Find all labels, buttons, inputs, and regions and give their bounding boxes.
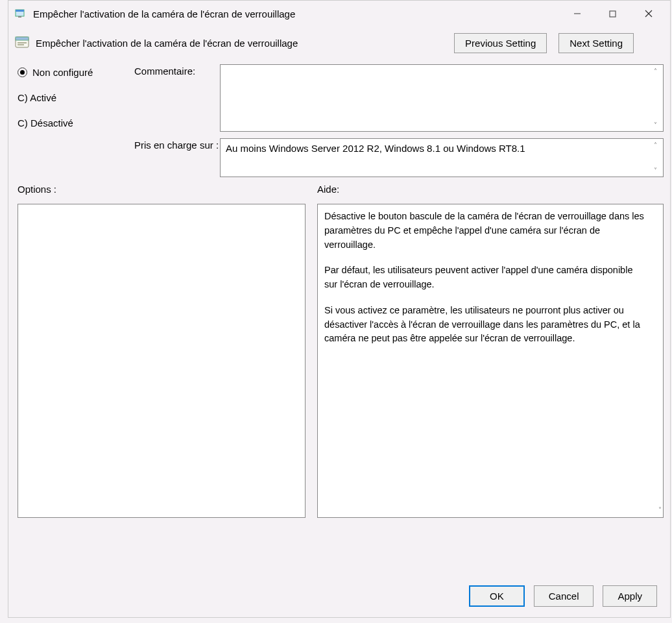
help-label: Aide: <box>317 184 664 195</box>
radio-disabled[interactable]: C) Désactivé <box>18 117 134 128</box>
cancel-button[interactable]: Cancel <box>534 585 594 607</box>
close-button[interactable] <box>630 2 666 25</box>
radio-icon <box>18 67 27 77</box>
previous-setting-button[interactable]: Previous Setting <box>454 33 547 53</box>
fields-column: Commentaire: ˄ ˅ Pris en charge sur : Au… <box>134 64 664 177</box>
comment-label: Commentaire: <box>134 64 220 132</box>
lower-area: Options : Aide: Désactive le bouton basc… <box>8 184 670 518</box>
radio-label: C) Activé <box>18 92 56 103</box>
app-icon <box>15 8 27 19</box>
maximize-button[interactable] <box>595 2 630 25</box>
chevron-down-icon[interactable]: ˅ <box>658 505 662 515</box>
dialog-footer: OK Cancel Apply <box>469 585 657 607</box>
chevron-up-icon: ˄ <box>654 141 657 149</box>
supported-value: Au moins Windows Server 2012 R2, Windows… <box>226 143 525 154</box>
titlebar: Empêcher l'activation de la caméra de l'… <box>8 1 670 27</box>
window-title: Empêcher l'activation de la caméra de l'… <box>33 8 559 19</box>
help-paragraph: Désactive le bouton bascule de la caméra… <box>324 210 647 252</box>
radio-enabled[interactable]: C) Activé <box>18 92 134 103</box>
subheader: Empêcher l'activation de la caméra de l'… <box>8 27 670 62</box>
next-setting-button[interactable]: Next Setting <box>558 33 634 53</box>
svg-rect-2 <box>18 16 21 18</box>
options-panel: Options : <box>18 184 306 518</box>
chevron-up-icon: ˄ <box>654 67 657 75</box>
dialog-window: Empêcher l'activation de la caméra de l'… <box>8 0 671 618</box>
policy-title: Empêcher l'activation de la caméra de l'… <box>36 38 298 49</box>
supported-on-box: Au moins Windows Server 2012 R2, Windows… <box>220 138 664 177</box>
chevron-down-icon: ˅ <box>654 121 657 128</box>
svg-rect-8 <box>16 37 29 40</box>
help-paragraph: Si vous activez ce paramètre, les utilis… <box>324 304 647 346</box>
radio-label: Non configuré <box>32 67 93 78</box>
radio-not-configured[interactable]: Non configuré <box>18 67 134 78</box>
settings-area: Non configuré C) Activé C) Désactivé Com… <box>8 62 670 184</box>
comment-scroll[interactable]: ˄ ˅ <box>649 65 662 131</box>
supported-scroll[interactable]: ˄ ˅ <box>649 139 662 177</box>
comment-input[interactable]: ˄ ˅ <box>220 64 664 132</box>
window-controls <box>559 2 666 25</box>
chevron-down-icon: ˅ <box>654 167 657 174</box>
minimize-button[interactable] <box>559 2 595 25</box>
supported-label: Pris en charge sur : <box>134 138 220 177</box>
state-column: Non configuré C) Activé C) Désactivé <box>18 64 134 177</box>
radio-label: C) Désactivé <box>18 117 73 128</box>
options-box <box>18 204 306 518</box>
svg-rect-4 <box>610 11 616 17</box>
svg-rect-10 <box>18 44 24 45</box>
svg-rect-9 <box>18 42 27 43</box>
help-box: Désactive le bouton bascule de la caméra… <box>317 204 664 518</box>
help-panel: Aide: Désactive le bouton bascule de la … <box>317 184 664 518</box>
apply-button[interactable]: Apply <box>603 585 657 607</box>
help-paragraph: Par défaut, les utilisateurs peuvent act… <box>324 263 647 292</box>
policy-icon <box>15 36 29 50</box>
options-label: Options : <box>18 184 306 195</box>
svg-rect-1 <box>16 10 24 12</box>
ok-button[interactable]: OK <box>469 585 525 607</box>
